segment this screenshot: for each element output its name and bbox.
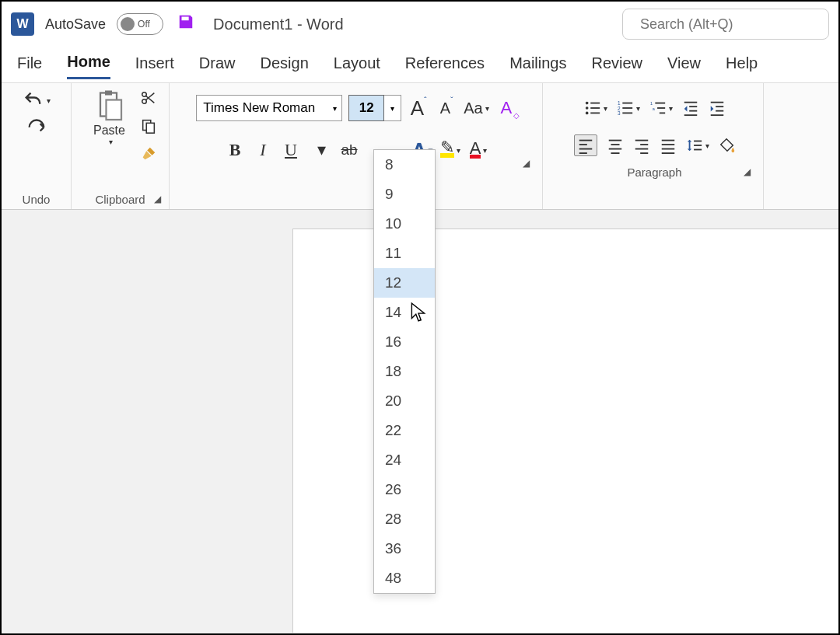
paste-button[interactable]: Paste ▾: [84, 89, 135, 146]
align-left-icon: [577, 137, 594, 154]
font-size-option[interactable]: 24: [374, 445, 435, 475]
chevron-down-icon: ▾: [47, 96, 51, 105]
font-size-combobox[interactable]: 12: [348, 95, 384, 121]
svg-text:1: 1: [649, 101, 652, 106]
cut-button[interactable]: [140, 89, 157, 111]
toggle-knob-icon: [121, 17, 135, 31]
underline-dropdown[interactable]: ▾: [310, 140, 332, 160]
italic-button[interactable]: I: [252, 140, 274, 160]
font-launcher-icon[interactable]: ◢: [523, 158, 530, 169]
bold-button[interactable]: B: [224, 140, 246, 160]
font-size-option[interactable]: 11: [374, 239, 435, 268]
tab-view[interactable]: View: [667, 54, 701, 79]
svg-point-11: [585, 102, 588, 105]
highlight-icon: ✎: [440, 142, 454, 158]
svg-text:a: a: [652, 106, 655, 111]
font-group: Times New Roman ▾ 12 ▾ Aˆ Aˇ Aa▾ A B I U…: [170, 83, 543, 209]
font-size-option[interactable]: 9: [374, 180, 435, 209]
svg-rect-10: [146, 123, 154, 133]
document-title: Document1 - Word: [213, 16, 343, 33]
highlight-color-button[interactable]: ✎▾: [439, 142, 461, 158]
tab-home[interactable]: Home: [67, 53, 110, 79]
undo-button[interactable]: ▾: [23, 89, 51, 111]
chevron-down-icon: ▾: [485, 104, 489, 113]
justify-button[interactable]: [660, 137, 677, 154]
bullets-button[interactable]: ▾: [584, 99, 607, 117]
underline-button[interactable]: U: [280, 140, 302, 160]
font-size-option[interactable]: 16: [374, 327, 435, 357]
scissors-icon: [140, 89, 157, 106]
shading-button[interactable]: [719, 137, 736, 154]
strikethrough-button[interactable]: ab: [338, 141, 360, 159]
redo-button[interactable]: [26, 117, 47, 139]
increase-indent-button[interactable]: [709, 99, 726, 117]
redo-icon: [26, 117, 47, 139]
svg-rect-3: [105, 91, 112, 96]
clipboard-group: Paste ▾ Clipboard ◢: [72, 83, 170, 209]
save-icon[interactable]: [177, 13, 194, 35]
word-app-icon: W: [11, 12, 34, 36]
tab-insert[interactable]: Insert: [135, 54, 174, 79]
font-color-button[interactable]: A▾: [467, 142, 489, 159]
paste-icon: [96, 89, 124, 122]
clipboard-launcher-icon[interactable]: ◢: [154, 194, 161, 204]
tab-layout[interactable]: Layout: [334, 54, 380, 79]
tab-file[interactable]: File: [17, 54, 42, 79]
font-size-option[interactable]: 10: [374, 209, 435, 239]
tab-draw[interactable]: Draw: [199, 54, 236, 79]
multilevel-icon: 1a: [649, 99, 667, 117]
paragraph-launcher-icon[interactable]: ◢: [744, 166, 751, 177]
svg-point-13: [585, 112, 588, 115]
font-size-option[interactable]: 22: [374, 416, 435, 445]
font-size-option[interactable]: 20: [374, 386, 435, 416]
align-left-button[interactable]: [574, 134, 597, 156]
font-name-combobox[interactable]: Times New Roman ▾: [196, 95, 342, 121]
font-size-option[interactable]: 8: [374, 150, 435, 180]
autosave-label: AutoSave: [45, 16, 106, 33]
copy-button[interactable]: [140, 117, 157, 139]
numbering-button[interactable]: 123▾: [617, 99, 640, 117]
tab-help[interactable]: Help: [726, 54, 758, 79]
font-size-dropdown-list: 8 9 10 11 12 14 16 18 20 22 24 26 28 36 …: [373, 149, 436, 594]
font-size-option[interactable]: 36: [374, 534, 435, 563]
title-bar: W AutoSave Off Document1 - Word: [2, 2, 838, 47]
clear-formatting-button[interactable]: A: [495, 98, 517, 118]
font-size-option-selected[interactable]: 12: [374, 268, 435, 298]
outdent-icon: [682, 99, 699, 117]
search-input[interactable]: [640, 16, 821, 33]
format-painter-button[interactable]: [140, 145, 157, 167]
decrease-font-size-button[interactable]: Aˇ: [436, 99, 457, 117]
tab-design[interactable]: Design: [261, 54, 309, 79]
multilevel-list-button[interactable]: 1a▾: [649, 99, 673, 117]
caret-down-icon: ˇ: [450, 96, 453, 105]
justify-icon: [660, 137, 677, 154]
align-right-button[interactable]: [633, 137, 650, 154]
font-size-option[interactable]: 28: [374, 504, 435, 534]
tab-review[interactable]: Review: [591, 54, 642, 79]
tab-references[interactable]: References: [405, 54, 485, 79]
tab-mailings[interactable]: Mailings: [509, 54, 566, 79]
paragraph-group: ▾ 123▾ 1a▾ ▾ Paragraph ◢: [543, 83, 764, 209]
increase-font-size-button[interactable]: Aˆ: [408, 96, 429, 120]
undo-group: ▾ Undo: [2, 83, 72, 209]
font-size-dropdown-button[interactable]: ▾: [384, 95, 401, 121]
paragraph-group-label: Paragraph ◢: [554, 164, 755, 180]
search-box[interactable]: [622, 9, 829, 40]
line-spacing-button[interactable]: ▾: [686, 137, 709, 154]
autosave-toggle[interactable]: Off: [117, 13, 163, 35]
paint-bucket-icon: [719, 137, 736, 154]
bullets-icon: [584, 99, 601, 117]
align-center-button[interactable]: [607, 137, 624, 154]
undo-icon: [23, 89, 44, 111]
font-size-option[interactable]: 48: [374, 563, 435, 593]
numbering-icon: 123: [617, 99, 634, 117]
font-size-option[interactable]: 18: [374, 357, 435, 386]
chevron-down-icon: ▾: [390, 104, 394, 113]
align-right-icon: [633, 137, 650, 154]
svg-text:3: 3: [617, 110, 620, 116]
change-case-button[interactable]: Aa▾: [464, 99, 488, 117]
mouse-cursor-icon: [410, 302, 427, 326]
decrease-indent-button[interactable]: [682, 99, 699, 117]
svg-point-12: [585, 106, 588, 110]
font-size-option[interactable]: 26: [374, 475, 435, 504]
